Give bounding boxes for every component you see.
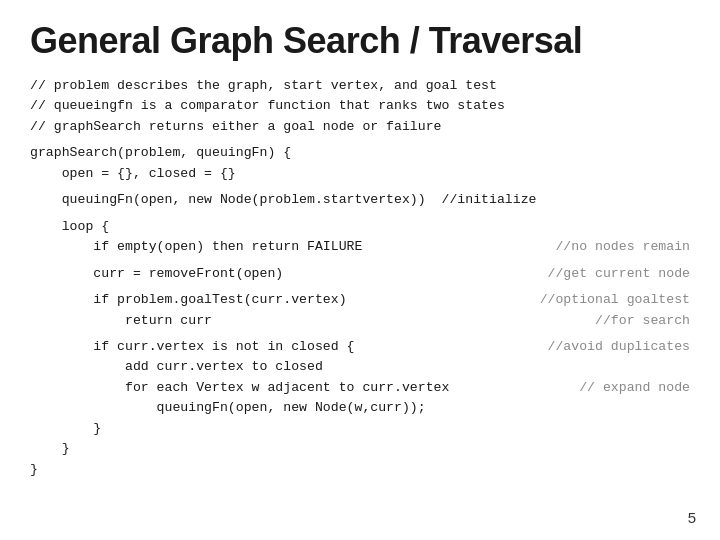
code-if-empty: if empty(open) then return FAILURE //no … xyxy=(30,237,690,257)
code-queuing-call: queuingFn(open, new Node(w,curr)); xyxy=(30,398,690,418)
page-number: 5 xyxy=(688,509,696,526)
code-signature: graphSearch(problem, queuingFn) { xyxy=(30,143,690,163)
code-return-curr: return curr //for search xyxy=(30,311,690,331)
slide: General Graph Search / Traversal // prob… xyxy=(0,0,720,540)
code-add-closed: add curr.vertex to closed xyxy=(30,357,690,377)
code-close-loop: } xyxy=(30,439,690,459)
code-loop: loop { xyxy=(30,217,690,237)
code-close-inner: } xyxy=(30,419,690,439)
code-for-each: for each Vertex w adjacent to curr.verte… xyxy=(30,378,690,398)
code-if-goal: if problem.goalTest(curr.vertex) //optio… xyxy=(30,290,690,310)
code-content: // problem describes the graph, start ve… xyxy=(30,76,690,480)
comment-3: // graphSearch returns either a goal nod… xyxy=(30,117,690,137)
code-curr: curr = removeFront(open) //get current n… xyxy=(30,264,690,284)
code-if-closed: if curr.vertex is not in closed { //avoi… xyxy=(30,337,690,357)
code-close-fn: } xyxy=(30,460,690,480)
slide-title: General Graph Search / Traversal xyxy=(30,20,690,62)
comment-2: // queueingfn is a comparator function t… xyxy=(30,96,690,116)
code-queuing-init: queuingFn(open, new Node(problem.startve… xyxy=(30,190,690,210)
code-open-closed: open = {}, closed = {} xyxy=(30,164,690,184)
comment-1: // problem describes the graph, start ve… xyxy=(30,76,690,96)
